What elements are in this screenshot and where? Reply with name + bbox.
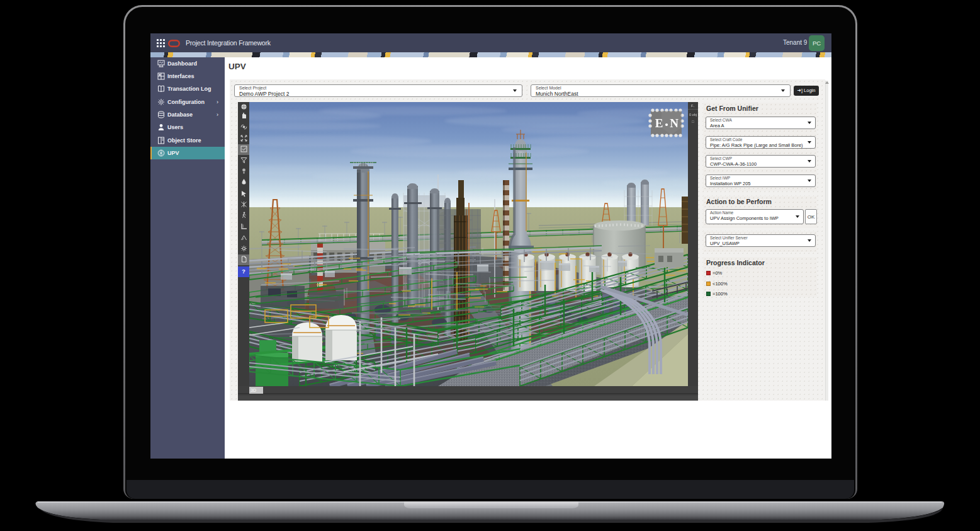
svg-text:E: E bbox=[655, 117, 663, 130]
svg-text:N: N bbox=[670, 117, 679, 130]
